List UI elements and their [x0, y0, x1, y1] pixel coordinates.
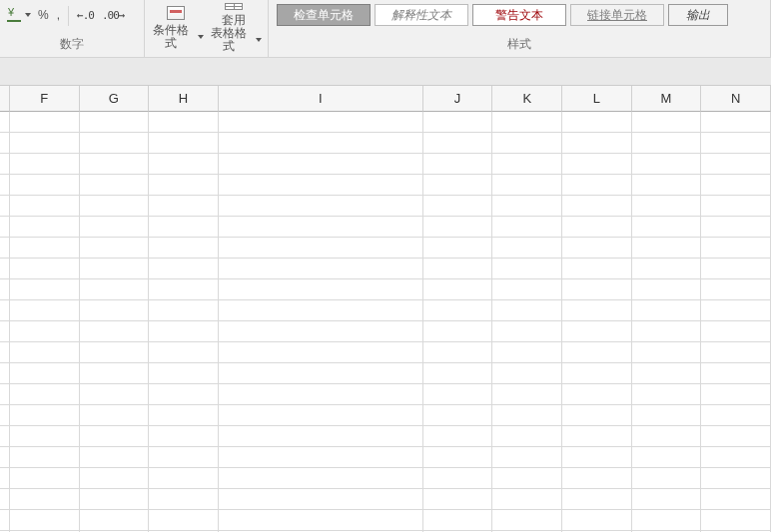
- cell[interactable]: [80, 217, 150, 238]
- cell[interactable]: [423, 405, 493, 426]
- cell[interactable]: [10, 363, 80, 384]
- cell[interactable]: [80, 468, 150, 489]
- cell[interactable]: [10, 510, 80, 531]
- cell[interactable]: [423, 154, 493, 175]
- cell[interactable]: [80, 259, 150, 279]
- cell[interactable]: [219, 154, 423, 175]
- cell-style-linked[interactable]: 链接单元格: [570, 4, 664, 26]
- cell[interactable]: [0, 510, 10, 531]
- cell[interactable]: [0, 279, 10, 300]
- cell[interactable]: [0, 133, 10, 154]
- cell[interactable]: [562, 279, 632, 300]
- cell[interactable]: [423, 426, 493, 447]
- cell[interactable]: [423, 279, 493, 300]
- cell[interactable]: [423, 175, 493, 196]
- cell[interactable]: [632, 217, 702, 238]
- cell[interactable]: [562, 468, 632, 489]
- cell[interactable]: [423, 363, 493, 384]
- column-header-L[interactable]: L: [562, 86, 632, 112]
- cell[interactable]: [492, 489, 562, 510]
- cell[interactable]: [149, 405, 219, 426]
- cell[interactable]: [701, 447, 771, 468]
- cell[interactable]: [10, 217, 80, 238]
- cell[interactable]: [423, 468, 493, 489]
- cell-style-check[interactable]: 检查单元格: [277, 4, 371, 26]
- cell[interactable]: [0, 300, 10, 321]
- cell[interactable]: [492, 510, 562, 531]
- cell[interactable]: [423, 300, 493, 321]
- cell[interactable]: [80, 175, 150, 196]
- cell[interactable]: [701, 489, 771, 510]
- cell[interactable]: [80, 196, 150, 217]
- cell[interactable]: [492, 342, 562, 363]
- cell[interactable]: [10, 175, 80, 196]
- cell[interactable]: [219, 363, 423, 384]
- cell[interactable]: [701, 259, 771, 279]
- cell[interactable]: [80, 321, 150, 342]
- cell[interactable]: [80, 238, 150, 259]
- cell[interactable]: [0, 489, 10, 510]
- cell[interactable]: [10, 405, 80, 426]
- cell[interactable]: [562, 489, 632, 510]
- cell[interactable]: [562, 175, 632, 196]
- cell[interactable]: [149, 468, 219, 489]
- cell[interactable]: [701, 154, 771, 175]
- cell[interactable]: [632, 196, 702, 217]
- cell[interactable]: [149, 447, 219, 468]
- cell[interactable]: [492, 196, 562, 217]
- cell[interactable]: [423, 342, 493, 363]
- cell[interactable]: [562, 196, 632, 217]
- cell[interactable]: [492, 447, 562, 468]
- cell[interactable]: [10, 468, 80, 489]
- cell[interactable]: [632, 447, 702, 468]
- accounting-format-button[interactable]: [4, 4, 33, 26]
- cell[interactable]: [632, 112, 702, 133]
- cell[interactable]: [219, 489, 423, 510]
- cell[interactable]: [80, 279, 150, 300]
- cell[interactable]: [632, 363, 702, 384]
- cell[interactable]: [701, 300, 771, 321]
- cell[interactable]: [701, 510, 771, 531]
- cell[interactable]: [701, 175, 771, 196]
- cell[interactable]: [632, 238, 702, 259]
- cell[interactable]: [562, 112, 632, 133]
- cell[interactable]: [219, 321, 423, 342]
- cell[interactable]: [632, 489, 702, 510]
- cell[interactable]: [10, 447, 80, 468]
- cell[interactable]: [0, 154, 10, 175]
- cell[interactable]: [149, 321, 219, 342]
- cell[interactable]: [701, 321, 771, 342]
- format-as-table-button[interactable]: 套用 表格格式: [205, 2, 263, 54]
- cell[interactable]: [10, 300, 80, 321]
- cell[interactable]: [80, 510, 150, 531]
- cell[interactable]: [219, 112, 423, 133]
- cell[interactable]: [149, 384, 219, 405]
- cell[interactable]: [0, 238, 10, 259]
- cell[interactable]: [80, 133, 150, 154]
- cell[interactable]: [219, 217, 423, 238]
- cell[interactable]: [10, 342, 80, 363]
- cell[interactable]: [219, 405, 423, 426]
- cell[interactable]: [80, 112, 150, 133]
- cell[interactable]: [492, 112, 562, 133]
- cell[interactable]: [10, 279, 80, 300]
- cell[interactable]: [492, 384, 562, 405]
- cell[interactable]: [632, 510, 702, 531]
- cell[interactable]: [10, 321, 80, 342]
- cell[interactable]: [632, 468, 702, 489]
- cell-style-explanatory[interactable]: 解释性文本: [375, 4, 468, 26]
- cell[interactable]: [701, 279, 771, 300]
- cell[interactable]: [219, 384, 423, 405]
- cell-style-output[interactable]: 输出: [668, 4, 728, 26]
- cell[interactable]: [219, 279, 423, 300]
- cell[interactable]: [219, 468, 423, 489]
- cell[interactable]: [0, 363, 10, 384]
- cell[interactable]: [423, 259, 493, 279]
- cell[interactable]: [10, 133, 80, 154]
- cell[interactable]: [149, 133, 219, 154]
- cell[interactable]: [701, 133, 771, 154]
- cell[interactable]: [219, 133, 423, 154]
- cell[interactable]: [562, 426, 632, 447]
- cell[interactable]: [562, 384, 632, 405]
- cell[interactable]: [219, 259, 423, 279]
